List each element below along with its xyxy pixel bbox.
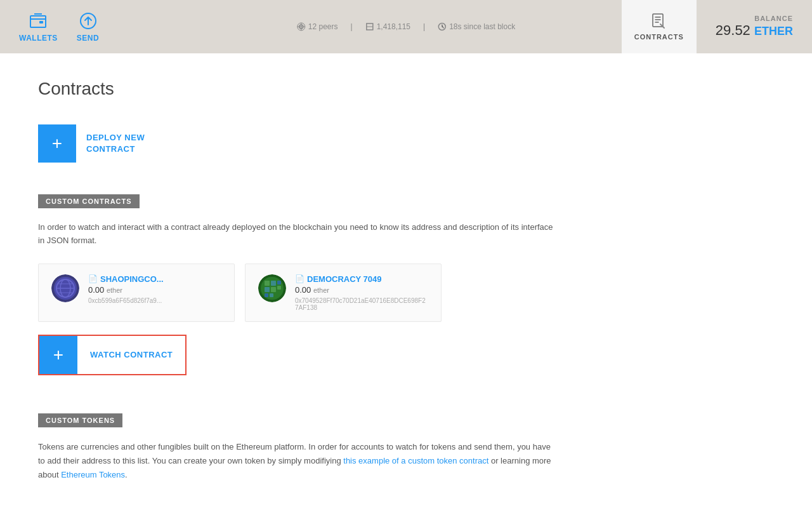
custom-contracts-section: CUSTOM CONTRACTS In order to watch and i… xyxy=(38,194,774,375)
svg-rect-24 xyxy=(277,281,281,284)
contract-name-democracy: 📄 DEMOCRACY 7049 xyxy=(295,274,428,284)
watch-plus-icon: + xyxy=(39,336,77,374)
clock-icon xyxy=(438,22,447,31)
svg-rect-1 xyxy=(39,21,43,23)
watch-contract-button[interactable]: + WATCH CONTRACT xyxy=(38,335,187,375)
top-navigation: WALLETS SEND 12 peers | 1,418,115 xyxy=(0,0,812,53)
balance-section: BALANCE 29.52 ETHER xyxy=(716,15,793,39)
deploy-label: DEPLOY NEW CONTRACT xyxy=(76,132,145,155)
contract-avatar-democracy xyxy=(258,274,286,302)
contract-avatar-shaoping xyxy=(51,274,79,302)
separator2: | xyxy=(423,22,425,31)
send-icon xyxy=(78,11,98,31)
separator: | xyxy=(351,22,353,31)
custom-tokens-description: Tokens are currencies and other fungible… xyxy=(38,440,558,482)
contract-balance-democracy: 0.00 ether xyxy=(295,285,428,295)
svg-rect-27 xyxy=(270,293,273,297)
svg-rect-20 xyxy=(265,281,270,286)
nav-send[interactable]: SEND xyxy=(77,11,99,43)
watch-label: WATCH CONTRACT xyxy=(77,349,185,361)
contract-address-democracy: 0x7049528Ff70c70D21aE40716E8DCE698F27AF1… xyxy=(295,297,428,311)
contracts-grid: 📄 SHAOPINGCO... 0.00 ether 0xcb599a6F65d… xyxy=(38,264,774,322)
nav-wallets[interactable]: WALLETS xyxy=(19,11,58,43)
block-info: 1,418,115 xyxy=(365,22,410,31)
contracts-nav-label: CONTRACTS xyxy=(634,33,684,41)
wallets-icon xyxy=(28,11,48,31)
contract-info-shaoping: 📄 SHAOPINGCO... 0.00 ether 0xcb599a6F65d… xyxy=(88,274,164,304)
block-icon xyxy=(365,22,374,31)
svg-rect-25 xyxy=(277,286,281,290)
svg-rect-26 xyxy=(265,293,268,297)
balance-label: BALANCE xyxy=(754,15,793,22)
balance-value: 29.52 ETHER xyxy=(716,22,793,39)
peers-info: 12 peers xyxy=(297,22,338,31)
custom-tokens-section: CUSTOM TOKENS Tokens are currencies and … xyxy=(38,413,774,482)
nav-right: CONTRACTS BALANCE 29.52 ETHER xyxy=(622,0,793,53)
file-icon-democracy: 📄 xyxy=(295,274,304,283)
main-content: Contracts + DEPLOY NEW CONTRACT CUSTOM C… xyxy=(0,53,812,508)
contract-balance-shaoping: 0.00 ether xyxy=(88,285,164,295)
svg-rect-21 xyxy=(271,281,276,286)
contracts-icon xyxy=(650,13,668,30)
file-icon-shaoping: 📄 xyxy=(88,274,98,283)
page-title: Contracts xyxy=(38,79,774,99)
contract-info-democracy: 📄 DEMOCRACY 7049 0.00 ether 0x7049528Ff7… xyxy=(295,274,428,311)
contract-card-democracy[interactable]: 📄 DEMOCRACY 7049 0.00 ether 0x7049528Ff7… xyxy=(245,264,442,322)
balance-unit: ETHER xyxy=(754,25,793,37)
deploy-plus-icon: + xyxy=(38,124,76,163)
ethereum-tokens-link[interactable]: Ethereum Tokens xyxy=(61,470,125,479)
peers-icon xyxy=(297,22,306,31)
contract-card-shaoping[interactable]: 📄 SHAOPINGCO... 0.00 ether 0xcb599a6F65d… xyxy=(38,264,235,322)
contract-address-shaoping: 0xcb599a6F65d826f7a9... xyxy=(88,297,164,304)
send-label: SEND xyxy=(77,34,99,43)
custom-token-contract-link[interactable]: this example of a custom token contract xyxy=(343,456,488,465)
contract-name-shaoping: 📄 SHAOPINGCO... xyxy=(88,274,164,284)
custom-contracts-header: CUSTOM CONTRACTS xyxy=(38,194,140,208)
deploy-contract-button[interactable]: + DEPLOY NEW CONTRACT xyxy=(38,124,145,163)
custom-contracts-description: In order to watch and interact with a co… xyxy=(38,221,558,248)
svg-rect-0 xyxy=(30,16,46,27)
network-status: 12 peers | 1,418,115 | 18s since last bl… xyxy=(297,22,515,31)
nav-contracts[interactable]: CONTRACTS xyxy=(622,0,697,53)
svg-rect-23 xyxy=(271,287,276,292)
svg-rect-22 xyxy=(265,287,270,292)
custom-tokens-header: CUSTOM TOKENS xyxy=(38,413,122,427)
wallets-label: WALLETS xyxy=(19,34,58,43)
last-block-info: 18s since last block xyxy=(438,22,515,31)
